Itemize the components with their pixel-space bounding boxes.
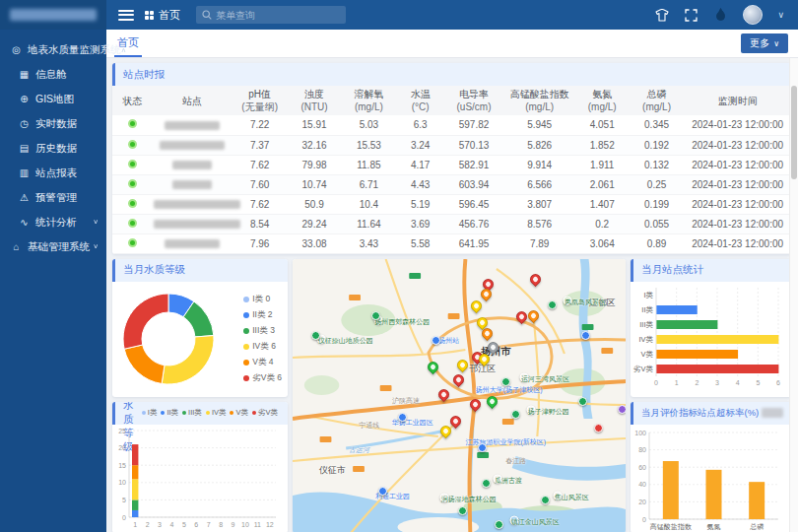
sidebar-item-surface-water-system[interactable]: ◎地表水质量监测系统∧ [0,37,106,62]
legend-label: V类 [235,408,248,418]
map-poi-marker [581,331,590,340]
breadcrumb-home[interactable]: 首页 [145,8,180,23]
sidebar-item-label: 统计分析 [35,216,77,230]
bar-chart: 020406080100高锰酸盐指数氨氮总磷 [631,425,783,532]
legend-item[interactable]: III类 [182,408,202,418]
svg-text:0: 0 [654,379,658,386]
sidebar-item-alert-management[interactable]: ⚠预警管理 [0,185,106,210]
svg-text:总磷: 总磷 [749,523,764,530]
legend-dot [161,411,165,415]
station-pin-yellow[interactable] [455,358,471,373]
station-pin-gray[interactable] [485,339,500,355]
table-row[interactable]: 7.9633.083.435.58641.957.893.0640.892024… [112,233,789,253]
cell-value: 5.826 [504,135,575,155]
chevron-down-icon: ∨ [93,219,99,226]
table-row[interactable]: 8.5429.2411.643.69456.768.5760.20.055202… [112,214,789,233]
cell-timestamp: 2024-01-23 12:00:00 [684,233,789,253]
scrollbar-thumb[interactable] [791,86,797,179]
sidebar-toggle-icon[interactable] [118,10,134,21]
legend-item[interactable]: 劣V类 6 [243,372,282,384]
station-report-card: 站点时报 状态站点pH值(无量纲)浊度(NTU)溶解氧(mg/L)水温(°C)电… [112,63,789,254]
gis-map[interactable]: 扬州市江都区仪征市邗江区沪陕高速春江路宁通线古运河仪征捺山地质公园扬州西郊森林公… [293,259,626,532]
legend-label: IV类 6 [252,341,276,353]
water-system-icon: ◎ [10,44,23,55]
sidebar-item-base-management-system[interactable]: ⌂基础管理系统∨ [0,234,106,259]
station-pin-red[interactable] [528,271,544,287]
svg-text:2: 2 [695,379,698,386]
table-row[interactable]: 7.2215.915.036.3597.825.9454.0510.345202… [112,115,789,135]
station-pin-red[interactable] [467,396,483,412]
station-pin-red[interactable] [451,371,467,387]
info-cabin-icon: ▦ [18,69,31,80]
legend-item[interactable]: I类 0 [243,294,282,305]
cell-timestamp: 2024-01-23 12:00:00 [684,115,789,135]
table-row[interactable]: 7.6250.910.45.19596.453.8071.4070.199202… [112,194,789,214]
user-avatar[interactable] [743,5,763,25]
cell-value: 2.061 [575,174,630,194]
fullscreen-icon[interactable] [684,8,698,23]
sidebar-item-label: 地表水质量监测系统 [28,43,121,57]
main-content: 首页 更多 ∨ 站点时报 状态站点pH值(无量纲)浊度(NTU)溶解氧(mg/L… [106,30,798,532]
legend-item[interactable]: 劣V类 [252,408,278,418]
map-poi-marker [378,487,387,496]
chevron-down-icon: ∨ [773,39,779,48]
station-pin-red[interactable] [436,386,452,402]
station-pin-orange[interactable] [526,307,542,323]
annual-grade-chart: 0510152025123456789101112 [112,425,288,532]
column-header: 状态 [112,86,153,115]
cell-value: 50.9 [288,194,340,214]
cell-value: 3.43 [341,233,397,253]
cell-timestamp: 2024-01-23 12:00:00 [684,155,789,174]
sidebar-item-station-report[interactable]: ▥站点报表 [0,161,106,185]
theme-skin-icon[interactable] [654,8,669,23]
legend-item[interactable]: II类 [161,408,178,418]
statistics-icon: ∿ [18,217,31,228]
svg-text:III类: III类 [639,320,653,329]
legend-item[interactable]: IV类 6 [243,341,282,353]
sidebar-item-realtime-data[interactable]: ◷实时数据 [0,111,106,136]
monthly-grade-title: 当月水质等级 [112,259,288,282]
station-pin-green[interactable] [426,359,441,374]
legend-item[interactable]: V类 4 [243,357,282,368]
station-pin-yellow[interactable] [438,424,454,439]
legend-dot [252,411,256,415]
dashboard-scroll-area: 站点时报 状态站点pH值(无量纲)浊度(NTU)溶解氧(mg/L)水温(°C)电… [106,58,789,532]
legend-item[interactable]: I类 [142,408,158,418]
legend-label: II类 [166,408,178,418]
search-input[interactable] [216,10,329,21]
chevron-up-icon: ∧ [121,46,127,53]
flame-icon[interactable] [713,8,728,23]
legend-item[interactable]: II类 2 [243,309,282,321]
sidebar-item-label: 基础管理系统 [28,240,90,254]
table-row[interactable]: 7.6010.746.714.43603.946.5662.0610.25202… [112,174,789,194]
legend-item[interactable]: III类 3 [243,325,282,337]
cell-value: 4.43 [397,174,443,194]
logo-blur-placeholder [10,9,97,21]
station-pin-orange[interactable] [479,287,495,302]
station-pin-green[interactable] [484,394,499,410]
map-label: 凤凰岛风景区 [564,297,572,305]
station-pin-red[interactable] [448,413,464,429]
station-pin-yellow[interactable] [468,299,484,314]
legend-dot [206,411,210,415]
table-row[interactable]: 7.6279.9811.854.17582.919.9141.9110.1322… [112,155,789,174]
user-menu-caret-icon[interactable]: ∨ [777,10,784,20]
menu-search[interactable] [196,6,346,24]
legend-item[interactable]: V类 [230,408,248,418]
annual-grade-title: 全年水质等级 I类II类III类IV类V类劣V类 [112,402,288,425]
cell-value: 7.96 [232,233,288,253]
sidebar-item-statistics-analysis[interactable]: ∿统计分析∨ [0,210,106,234]
svg-text:IV类: IV类 [638,335,653,344]
table-row[interactable]: 7.3732.1615.533.24570.135.8261.8520.1922… [112,135,789,155]
legend-dot [243,360,249,366]
station-name-blurred [165,121,220,130]
map-label: 镇江金山风景区 [510,515,519,524]
sidebar-item-history-data[interactable]: ▤历史数据 [0,136,106,161]
cell-value: 29.24 [288,214,340,233]
legend-item[interactable]: IV类 [206,408,227,418]
cell-value: 641.95 [443,233,504,253]
sidebar-item-info-cabin[interactable]: ▦信息舱 [0,62,106,87]
cell-value: 1.407 [575,194,630,214]
sidebar-item-gis-map[interactable]: ⊕GIS地图 [0,87,106,111]
more-button[interactable]: 更多 ∨ [741,33,788,53]
